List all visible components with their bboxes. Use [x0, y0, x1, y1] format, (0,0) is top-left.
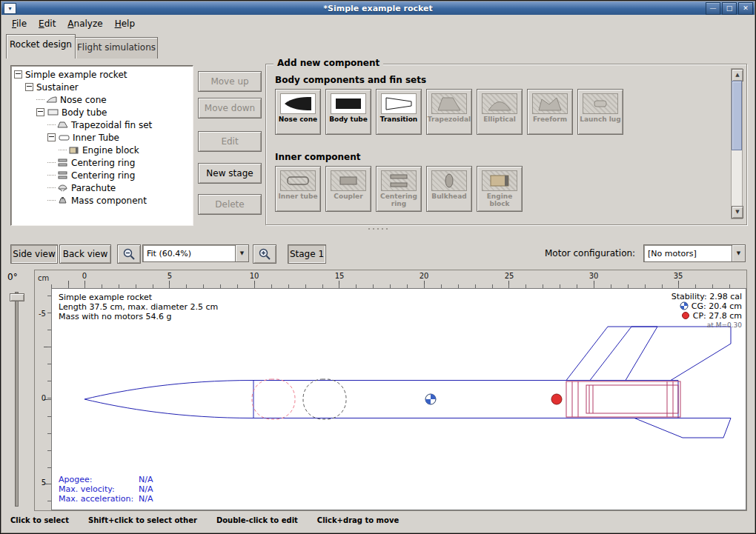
- move-up-button[interactable]: Move up: [198, 71, 262, 92]
- tab-flight-simulations[interactable]: Flight simulations: [75, 37, 158, 59]
- maximize-button[interactable]: □: [722, 2, 737, 15]
- edit-button[interactable]: Edit: [198, 131, 262, 152]
- chevron-down-icon[interactable]: ▼: [235, 245, 248, 261]
- status-bar: Click to select Shift+click to select ot…: [10, 516, 399, 524]
- flight-data: Apogee:N/A Max. velocity:N/A Max. accele…: [59, 475, 153, 504]
- minimize-button[interactable]: —: [706, 2, 720, 15]
- tree-item-label: Centering ring: [71, 170, 135, 181]
- tree-item-rocket[interactable]: Simple example rocket: [11, 68, 193, 81]
- add-freeform-fin-button[interactable]: Freeform: [527, 89, 573, 135]
- menu-help[interactable]: Help: [109, 16, 141, 31]
- rocket-mass: Mass with no motors 54.6 g: [59, 312, 218, 321]
- new-stage-button[interactable]: New stage: [198, 163, 262, 184]
- back-view-button[interactable]: Back view: [59, 244, 111, 264]
- zoom-out-button[interactable]: [117, 244, 141, 264]
- add-body-tube-button[interactable]: Body tube: [325, 89, 371, 135]
- tree-expander-icon[interactable]: [14, 70, 22, 79]
- close-button[interactable]: ✕: [738, 2, 753, 15]
- tree-item-label: Parachute: [71, 183, 116, 193]
- tree-expander-icon[interactable]: [36, 108, 44, 116]
- inner-tube-icon: [59, 133, 70, 141]
- tree-item-label: Nose cone: [60, 95, 107, 105]
- tree-item-label: Body tube: [62, 107, 107, 118]
- rocket-canvas[interactable]: Simple example rocket Length 37.5 cm, ma…: [51, 288, 746, 510]
- body-components-row: Nose cone Body tube Transition Trapezoid…: [275, 89, 623, 135]
- tree-item-inner-tube[interactable]: Inner Tube: [11, 131, 193, 144]
- rocket-length: Length 37.5 cm, max. diameter 2.5 cm: [59, 302, 218, 312]
- side-view-button[interactable]: Side view: [10, 244, 58, 264]
- titlebar[interactable]: ▾ *Simple example rocket — □ ✕: [1, 1, 755, 15]
- inner-component-section-label: Inner component: [275, 152, 360, 162]
- menu-analyze[interactable]: Analyze: [62, 16, 108, 31]
- add-elliptical-fin-button[interactable]: Elliptical: [477, 89, 523, 135]
- rotation-slider-handle[interactable]: [10, 293, 24, 301]
- chevron-down-icon[interactable]: ▼: [732, 245, 745, 261]
- menu-edit[interactable]: Edit: [33, 16, 62, 31]
- tree-item-label: Inner Tube: [73, 133, 119, 143]
- parachute-icon: [57, 184, 68, 192]
- scroll-up-icon[interactable]: ▲: [732, 69, 743, 81]
- tree-item-mass-component[interactable]: Mass component: [11, 194, 193, 207]
- scrollbar-thumb[interactable]: [732, 81, 742, 150]
- tree-item-fin-set[interactable]: Trapezoidal fin set: [11, 119, 193, 131]
- tree-item-parachute[interactable]: Parachute: [11, 181, 193, 194]
- add-coupler-button[interactable]: Coupler: [325, 166, 371, 212]
- cg-marker: [425, 394, 436, 404]
- menu-file[interactable]: File: [6, 16, 33, 31]
- zoom-in-button[interactable]: [253, 244, 276, 264]
- ruler-unit-label: cm: [38, 274, 49, 282]
- rocket-view-pane: cm 0 5 10 15 20 25 30 35 -5 0 5: [34, 270, 747, 511]
- add-bulkhead-button[interactable]: Bulkhead: [426, 166, 472, 212]
- motor-configuration-select[interactable]: [No motors] ▼: [643, 244, 746, 262]
- tab-rocket-design[interactable]: Rocket design: [6, 34, 76, 59]
- hint-double-click: Double-click to edit: [216, 516, 298, 524]
- hint-drag: Click+drag to move: [317, 516, 399, 524]
- mass-component-icon: [57, 196, 68, 204]
- add-launch-lug-button[interactable]: Launch lug: [577, 89, 623, 135]
- window-menu-icon[interactable]: ▾: [4, 3, 16, 14]
- rocket-info: Simple example rocket Length 37.5 cm, ma…: [59, 293, 218, 321]
- vertical-ruler: -5 0 5: [35, 288, 51, 510]
- splitter-handle[interactable]: [368, 228, 388, 230]
- add-trapezoidal-fin-button[interactable]: Trapezoidal: [426, 89, 472, 135]
- add-nose-cone-button[interactable]: Nose cone: [275, 89, 321, 135]
- stability-info: Stability: 2.98 cal CG: 20.4 cm CP: 27.8…: [672, 292, 742, 330]
- rocket-name: Simple example rocket: [59, 293, 218, 302]
- add-engine-block-button[interactable]: Engine block: [477, 166, 523, 212]
- scroll-down-icon[interactable]: ▼: [732, 206, 743, 218]
- tree-expander-icon[interactable]: [25, 83, 33, 91]
- add-inner-tube-button[interactable]: Inner tube: [275, 166, 321, 212]
- add-transition-button[interactable]: Transition: [376, 89, 422, 135]
- add-centering-ring-button[interactable]: Centering ring: [376, 166, 422, 212]
- inner-components-row: Inner tube Coupler Centering ring Bulkhe…: [275, 166, 523, 212]
- zoom-select[interactable]: Fit (60.4%) ▼: [142, 244, 249, 262]
- tree-item-label: Mass component: [71, 196, 147, 206]
- tree-item-engine-block[interactable]: Engine block: [11, 144, 193, 156]
- bulkhead-icon: [431, 170, 467, 191]
- tree-expander-icon[interactable]: [47, 133, 56, 141]
- tree-item-centering-ring-1[interactable]: Centering ring: [11, 156, 193, 169]
- tree-item-label: Trapezoidal fin set: [71, 120, 152, 130]
- inner-tube-icon: [280, 170, 316, 191]
- delete-button[interactable]: Delete: [198, 194, 262, 215]
- tree-item-body-tube[interactable]: Body tube: [11, 106, 193, 119]
- rocket-drawing: [51, 288, 746, 510]
- component-panel-scrollbar[interactable]: ▲ ▼: [731, 68, 743, 219]
- tree-item-sustainer[interactable]: Sustainer: [11, 81, 193, 93]
- rotation-value: 0°: [7, 272, 18, 282]
- engine-block-icon: [68, 146, 79, 154]
- nose-cone-icon: [280, 93, 316, 114]
- component-tree: Simple example rocket Sustainer Nose con…: [10, 65, 193, 226]
- tree-item-centering-ring-2[interactable]: Centering ring: [11, 169, 193, 181]
- coupler-icon: [331, 170, 366, 191]
- rotation-slider-track[interactable]: [15, 292, 19, 507]
- body-tube-icon: [47, 108, 59, 116]
- move-down-button[interactable]: Move down: [198, 98, 262, 119]
- tree-item-nose-cone[interactable]: Nose cone: [11, 93, 193, 106]
- body-tube-icon: [331, 93, 366, 114]
- tree-item-label: Engine block: [82, 145, 139, 156]
- nose-cone-icon: [46, 96, 57, 104]
- trapezoidal-fin-icon: [431, 93, 467, 114]
- stage-1-toggle[interactable]: Stage 1: [288, 244, 326, 264]
- launch-lug-icon: [583, 93, 618, 114]
